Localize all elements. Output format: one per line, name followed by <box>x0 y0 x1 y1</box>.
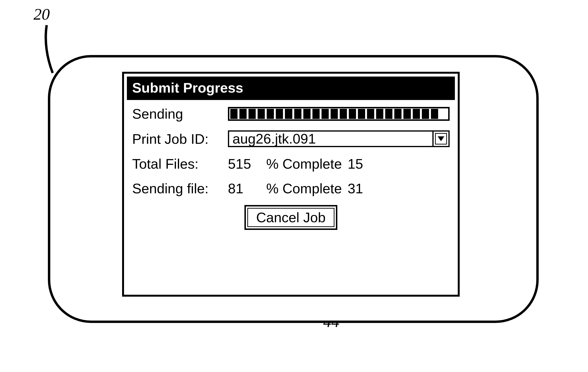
total-files-row: Total Files: 515 % Complete 15 <box>132 156 450 172</box>
callout-device: 20 <box>33 5 50 24</box>
chevron-down-icon <box>437 136 445 142</box>
progress-bar <box>228 107 450 121</box>
total-files-value: 515 <box>228 156 266 172</box>
status-label: Sending <box>132 106 228 122</box>
job-id-value: aug26.jtk.091 <box>228 130 434 147</box>
job-id-row: Print Job ID: aug26.jtk.091 <box>132 130 450 147</box>
cancel-job-button[interactable]: Cancel Job <box>244 205 337 230</box>
device-frame: Submit Progress Sending <box>48 55 539 323</box>
sending-file-value: 81 <box>228 180 266 196</box>
sending-file-row: Sending file: 81 % Complete 31 <box>132 180 450 196</box>
dropdown-button[interactable] <box>432 130 450 147</box>
sending-pct-label: % Complete <box>266 180 348 196</box>
sending-pct-value: 31 <box>348 180 376 196</box>
dialog-title: Submit Progress <box>127 77 455 100</box>
cancel-job-label: Cancel Job <box>247 208 335 227</box>
total-pct-label: % Complete <box>266 156 348 172</box>
sending-row: Sending <box>132 106 450 122</box>
sending-file-label: Sending file: <box>132 180 228 196</box>
total-files-label: Total Files: <box>132 156 228 172</box>
job-id-combo[interactable]: aug26.jtk.091 <box>228 130 450 147</box>
submit-progress-dialog: Submit Progress Sending <box>122 72 460 297</box>
job-id-label: Print Job ID: <box>132 131 228 147</box>
total-pct-value: 15 <box>348 156 376 172</box>
svg-marker-0 <box>438 136 444 141</box>
